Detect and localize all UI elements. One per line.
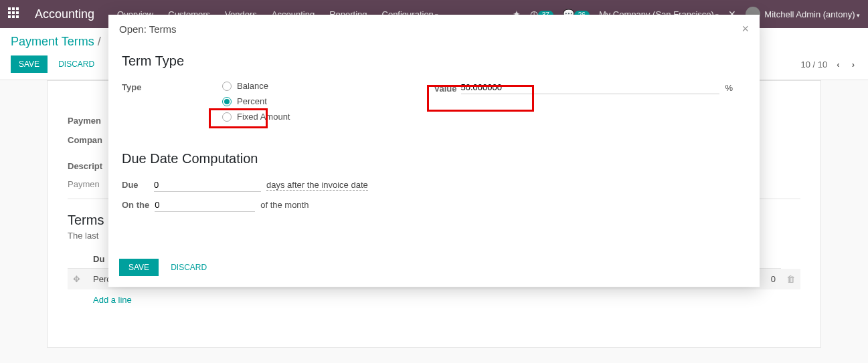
value-input[interactable] <box>461 81 720 94</box>
term-type-heading: Term Type <box>122 53 746 69</box>
radio-icon <box>222 82 232 91</box>
value-col: Value % <box>434 81 747 131</box>
close-icon[interactable]: × <box>742 23 749 35</box>
label-value: Value <box>434 82 461 94</box>
due-days-input[interactable] <box>154 178 261 192</box>
radio-balance-label: Balance <box>237 81 268 91</box>
modal-header: Open: Terms × <box>108 15 760 43</box>
label-type: Type <box>122 81 222 92</box>
value-widget: % <box>461 81 733 94</box>
due-suffix[interactable]: days after the invoice date <box>266 180 368 191</box>
onthe-suffix: of the month <box>260 200 309 210</box>
due-date-heading: Due Date Computation <box>122 151 746 166</box>
radio-percent-label: Percent <box>237 96 267 106</box>
modal-footer: SAVE DISCARD <box>108 249 760 287</box>
modal-discard-button[interactable]: DISCARD <box>165 259 212 276</box>
radio-fixed-label: Fixed Amount <box>237 112 290 122</box>
radio-percent[interactable]: Percent <box>222 96 421 106</box>
radio-fixed[interactable]: Fixed Amount <box>222 112 421 122</box>
modal-body: Term Type Type Balance Percent Fixed Amo… <box>108 43 760 249</box>
modal-title: Open: Terms <box>119 23 177 35</box>
field-value: Value % <box>434 81 733 94</box>
radio-balance[interactable]: Balance <box>222 81 421 91</box>
modal-dialog: Open: Terms × Term Type Type Balance Per… <box>108 15 760 287</box>
modal-save-button[interactable]: SAVE <box>119 259 159 276</box>
field-onthe: On the of the month <box>122 199 746 212</box>
field-due: Due days after the invoice date <box>122 178 746 192</box>
type-col: Type Balance Percent Fixed Amount <box>122 81 434 131</box>
modal-backdrop: Open: Terms × Term Type Type Balance Per… <box>0 0 868 363</box>
term-type-group: Type Balance Percent Fixed Amount Value <box>122 81 746 131</box>
label-due: Due <box>122 180 149 190</box>
field-type: Type Balance Percent Fixed Amount <box>122 81 421 127</box>
value-suffix: % <box>725 83 733 93</box>
radio-icon <box>222 97 232 106</box>
radio-icon <box>222 112 232 122</box>
label-onthe: On the <box>122 200 149 210</box>
onthe-input[interactable] <box>155 199 255 212</box>
type-radios: Balance Percent Fixed Amount <box>222 81 421 127</box>
